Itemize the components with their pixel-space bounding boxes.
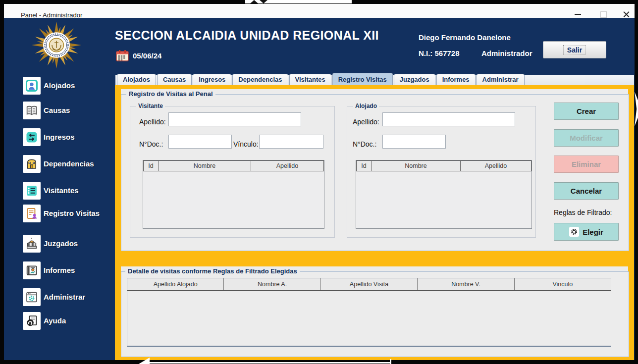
sidebar-item-dependencias[interactable]: Dependencias	[22, 155, 114, 173]
recording-artifact	[149, 362, 390, 364]
cancelar-button[interactable]: Cancelar	[554, 182, 619, 200]
open-book-icon	[23, 102, 41, 119]
tab-visitantes[interactable]: Visitantes	[289, 74, 331, 86]
column-header-nombre[interactable]: Nombre	[159, 161, 251, 171]
sidebar-item-ingresos[interactable]: Ingresos	[22, 128, 114, 147]
user-id: N.I.: 567728	[419, 49, 460, 57]
eliminar-button[interactable]: Eliminar	[554, 156, 619, 173]
recording-artifact	[390, 359, 391, 364]
window-titlebar: Panel - Administrador	[4, 4, 635, 18]
window-gear-icon	[23, 288, 41, 306]
visitante-group-title: Visitante	[136, 103, 165, 109]
detalle-table-header: Apellido Alojado Nombre A. Apellido Visi…	[127, 278, 611, 291]
alojado-apellido-label: Apellido:	[353, 118, 379, 126]
alojado-table-body[interactable]	[356, 171, 532, 227]
visitante-apellido-input[interactable]	[168, 112, 301, 126]
user-name: Diego Fernando Danelone	[419, 33, 511, 42]
detalle-panel-title: Detalle de visitas conforme Reglas de Fi…	[125, 267, 300, 275]
reglas-filtrado-label: Reglas de Filtrado:	[554, 208, 612, 216]
current-date: 05/06/24	[133, 52, 161, 60]
sidebar-item-label: Informes	[44, 261, 75, 280]
sidebar-item-causas[interactable]: Causas	[22, 101, 114, 120]
transfer-arrows-icon	[23, 128, 41, 146]
column-header-nombre[interactable]: Nombre	[372, 161, 461, 171]
tab-causas[interactable]: Causas	[157, 74, 192, 86]
registro-visitas-panel-title: Registro de Visitas al Penal	[126, 90, 215, 98]
tabstrip: Alojados Causas Ingresos Dependencias Vi…	[117, 74, 526, 86]
crear-button[interactable]: Crear	[554, 103, 619, 120]
visitante-table-header: Id Nombre Apellido	[143, 160, 324, 171]
close-icon	[623, 11, 630, 18]
visitante-vinculo-input[interactable]	[259, 135, 323, 149]
tab-juzgados[interactable]: Juzgados	[394, 74, 435, 86]
police-badge-icon	[29, 20, 84, 70]
modificar-button[interactable]: Modificar	[554, 129, 619, 147]
alojado-table: Id Nombre Apellido	[356, 160, 532, 229]
list-icon	[23, 182, 41, 200]
person-photo-icon	[23, 77, 41, 95]
sidebar-item-label: Ayuda	[44, 312, 66, 330]
eliminar-button-label: Eliminar	[572, 160, 601, 168]
logout-button-label: Salir	[563, 45, 586, 55]
visitante-ndoc-label: N°Doc.:	[139, 140, 163, 148]
alojado-group-title: Alojado	[353, 103, 379, 109]
user-role: Administrador	[481, 49, 532, 57]
building-icon	[23, 155, 41, 173]
tab-administrar[interactable]: Administrar	[477, 74, 525, 86]
visitante-vinculo-label: Vínculo:	[233, 140, 259, 148]
sidebar-item-registro-visitas[interactable]: Registro Visitas	[22, 204, 114, 223]
sidebar-item-alojados[interactable]: Alojados	[22, 76, 114, 95]
tab-dependencias[interactable]: Dependencias	[232, 74, 288, 86]
sidebar-item-label: Dependencias	[44, 155, 94, 173]
maximize-icon	[600, 11, 607, 18]
alojado-ndoc-input[interactable]	[382, 135, 446, 149]
sidebar-item-informes[interactable]: Informes	[22, 261, 114, 280]
column-header-id[interactable]: Id	[357, 161, 372, 171]
sidebar-item-visitantes[interactable]: Visitantes	[22, 181, 114, 200]
tab-registro-visitas[interactable]: Registro Visitas	[332, 73, 393, 86]
logout-button[interactable]: Salir	[543, 41, 606, 58]
column-header-nombre-a[interactable]: Nombre A.	[224, 278, 320, 290]
page-title: SECCION ALCAIDIA UNIDAD REGIONAL XII	[115, 28, 379, 43]
courthouse-icon	[23, 235, 41, 253]
help-icon	[23, 312, 41, 330]
tab-ingresos[interactable]: Ingresos	[193, 74, 231, 86]
crear-button-label: Crear	[577, 107, 596, 115]
visitante-apellido-label: Apellido:	[139, 118, 166, 126]
alojado-table-header: Id Nombre Apellido	[356, 160, 532, 171]
minimize-icon	[575, 14, 581, 15]
detalle-table-body[interactable]	[127, 291, 611, 346]
sidebar-item-administrar[interactable]: Administrar	[22, 288, 114, 307]
column-header-apellido[interactable]: Apellido	[251, 161, 323, 171]
sidebar-item-label: Registro Visitas	[44, 204, 100, 223]
cancelar-button-label: Cancelar	[571, 187, 602, 195]
column-header-apellido[interactable]: Apellido	[461, 161, 531, 171]
sidebar-item-ayuda[interactable]: Ayuda	[22, 312, 114, 330]
column-header-apellido-alojado[interactable]: Apellido Alojado	[127, 278, 224, 290]
visitante-table-body[interactable]	[143, 171, 324, 227]
tab-informes[interactable]: Informes	[436, 74, 476, 86]
elegir-button[interactable]: Elegir	[554, 223, 619, 241]
visitante-ndoc-input[interactable]	[168, 135, 232, 149]
column-header-apellido-visita[interactable]: Apellido Visita	[321, 278, 418, 290]
alojado-apellido-input[interactable]	[382, 112, 515, 126]
sidebar-item-label: Juzgados	[44, 234, 78, 253]
sidebar-item-label: Alojados	[44, 76, 75, 95]
calendar-icon[interactable]	[116, 50, 129, 62]
newspaper-icon	[23, 261, 41, 279]
sidebar-item-label: Causas	[44, 101, 70, 120]
sidebar-item-juzgados[interactable]: Juzgados	[22, 234, 114, 253]
sidebar-item-label: Administrar	[44, 288, 85, 307]
column-header-nombre-v[interactable]: Nombre V.	[418, 278, 514, 290]
gear-icon	[569, 227, 579, 237]
column-header-id[interactable]: Id	[144, 161, 159, 171]
column-header-vinculo[interactable]: Vinculo	[515, 278, 611, 290]
sidebar-item-label: Ingresos	[44, 128, 75, 147]
tab-alojados[interactable]: Alojados	[117, 74, 156, 86]
alojado-ndoc-label: N°Doc.:	[353, 140, 376, 148]
visitante-table: Id Nombre Apellido	[143, 160, 324, 229]
visit-log-icon	[23, 205, 41, 222]
recording-artifact	[635, 92, 638, 126]
sidebar-item-label: Visitantes	[44, 181, 79, 200]
detalle-table: Apellido Alojado Nombre A. Apellido Visi…	[127, 278, 611, 347]
